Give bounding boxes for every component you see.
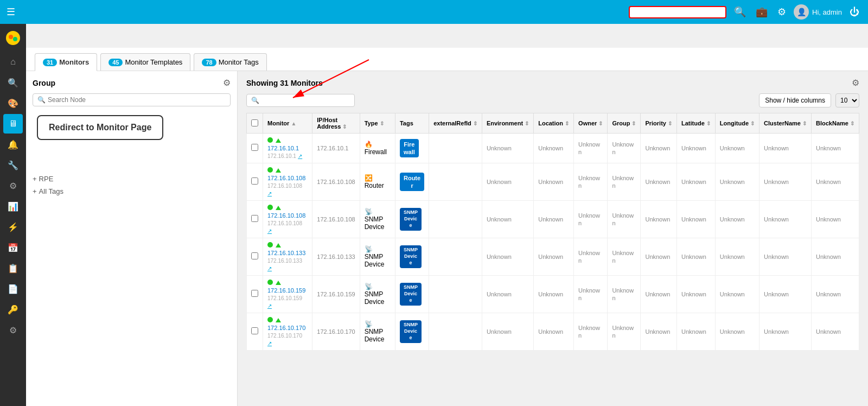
table-row: 172.16.10.1 172.16.10.1 ↗ 172.16.10.1 🔥 … [247, 134, 859, 163]
row-clustername: Unknown [760, 201, 812, 238]
monitor-link[interactable]: 172.16.10.108 [267, 212, 305, 219]
header-blockname[interactable]: BlockName ⇕ [812, 113, 859, 134]
monitor-link[interactable]: 172.16.10.108 [267, 175, 305, 181]
table-search-input[interactable]: 172.16 [261, 97, 350, 104]
tree-item-rpe[interactable]: + RPE [33, 173, 231, 185]
svg-point-0 [6, 31, 20, 45]
bottom-settings-icon[interactable]: ⚙ [3, 320, 23, 340]
panel-gear-icon[interactable]: ⚙ [223, 78, 231, 88]
monitor-link[interactable]: 172.16.10.170 [267, 325, 305, 331]
bell-icon[interactable]: 🔔 [3, 135, 23, 154]
external-link-icon[interactable]: ↗ [267, 191, 272, 196]
row-ip: 172.16.10.108 [312, 201, 360, 238]
showing-label: Showing 31 Monitors [246, 79, 323, 87]
global-search-input[interactable]: 172.16 [634, 8, 710, 16]
header-location[interactable]: Location ⇕ [534, 113, 574, 134]
document-icon[interactable]: 📄 [3, 279, 23, 299]
tab-monitors[interactable]: 31 Monitors [35, 53, 97, 71]
monitor-link[interactable]: 172.16.10.133 [267, 250, 305, 256]
row-group: Unknown [608, 134, 641, 163]
palette-icon[interactable]: 🎨 [3, 93, 23, 113]
logo-icon [3, 28, 23, 48]
tag-badge: SNMPDevice [400, 208, 422, 230]
chart-icon[interactable]: 📊 [3, 196, 23, 216]
cog-sidebar-icon[interactable]: ⚙ [3, 176, 23, 195]
row-checkbox[interactable] [247, 276, 263, 313]
type-label: Firewall [365, 148, 387, 156]
header-priority[interactable]: Priority ⇕ [641, 113, 677, 134]
row-group: Unknown [608, 276, 641, 313]
header-tags[interactable]: Tags [395, 113, 429, 134]
row-checkbox[interactable] [247, 163, 263, 201]
search-node-box[interactable]: 🔍 [33, 93, 231, 106]
row-location: Unknown [534, 163, 574, 201]
tree-item-all-tags[interactable]: + All Tags [33, 185, 231, 198]
status-up [276, 206, 281, 210]
wrench-icon[interactable]: 🔧 [3, 155, 23, 175]
tag-badge: Router [400, 173, 424, 192]
home-icon[interactable]: ⌂ [3, 52, 23, 72]
lightning-icon[interactable]: ⚡ [3, 217, 23, 237]
tag-badge: SNMPDevice [400, 245, 422, 268]
header-type[interactable]: Type ⇕ [360, 113, 395, 134]
tag-badge: SNMPDevice [400, 320, 422, 342]
header-clustername[interactable]: ClusterName ⇕ [760, 113, 812, 134]
tag-badge: Firewall [400, 139, 419, 158]
header-group[interactable]: Group ⇕ [608, 113, 641, 134]
header-checkbox[interactable] [247, 113, 263, 134]
ip-value: 172.16.10.159 [317, 291, 355, 297]
copy-icon[interactable]: 📋 [3, 258, 23, 278]
header-environment[interactable]: Environment ⇕ [482, 113, 533, 134]
external-link-icon[interactable]: ↗ [267, 228, 272, 234]
row-tags: SNMPDevice [395, 238, 429, 276]
type-icon: 🔥 [365, 141, 373, 148]
header-externalrefid[interactable]: externalRefId ⇕ [429, 113, 482, 134]
header-owner[interactable]: Owner ⇕ [574, 113, 608, 134]
monitor-icon[interactable]: 🖥 [3, 114, 23, 134]
type-icon: 📡 [365, 208, 373, 215]
row-blockname: Unknown [812, 163, 859, 201]
right-panel-gear-icon[interactable]: ⚙ [852, 78, 859, 88]
header-longitude[interactable]: Longitude ⇕ [715, 113, 759, 134]
external-link-icon[interactable]: ↗ [267, 303, 272, 309]
search-sidebar-icon[interactable]: 🔍 [3, 73, 23, 92]
status-dot [267, 317, 273, 322]
row-owner: Unknown [574, 134, 608, 163]
global-search-box[interactable]: 172.16 [629, 6, 726, 18]
row-checkbox[interactable] [247, 134, 263, 163]
row-checkbox[interactable] [247, 201, 263, 238]
row-checkbox[interactable] [247, 238, 263, 276]
row-externalrefid [429, 276, 482, 313]
external-link-icon[interactable]: ↗ [267, 340, 272, 346]
row-externalrefid [429, 163, 482, 201]
hamburger-icon[interactable]: ☰ [7, 6, 15, 18]
row-monitor: 172.16.10.170 172.16.10.170 ↗ [263, 313, 312, 351]
type-label: SNMP Device [365, 215, 385, 231]
monitor-link[interactable]: 172.16.10.1 [267, 145, 299, 151]
header-monitor[interactable]: Monitor ▲ [263, 113, 312, 134]
row-tags: Router [395, 163, 429, 201]
search-button[interactable]: 🔍 [732, 4, 748, 20]
row-checkbox[interactable] [247, 313, 263, 351]
calendar-icon[interactable]: 📅 [3, 238, 23, 257]
header-ip[interactable]: IP/HostAddress ⇕ [312, 113, 360, 134]
key-icon[interactable]: 🔑 [3, 300, 23, 319]
header-actions: Show / hide columns 10 25 50 [759, 93, 859, 107]
power-icon[interactable]: ⏻ [847, 4, 861, 20]
tab-monitor-templates[interactable]: 45 Monitor Templates [100, 53, 190, 71]
show-hide-columns-button[interactable]: Show / hide columns [759, 93, 831, 107]
header-latitude[interactable]: Latitude ⇕ [677, 113, 716, 134]
external-link-icon[interactable]: ↗ [298, 153, 302, 159]
per-page-select[interactable]: 10 25 50 [835, 93, 859, 107]
row-owner: Unknown [574, 276, 608, 313]
search-node-input[interactable] [48, 96, 226, 104]
row-type: 📡 SNMP Device [360, 238, 395, 276]
monitor-link[interactable]: 172.16.10.159 [267, 287, 305, 294]
briefcase-icon[interactable]: 💼 [754, 4, 770, 20]
tab-monitor-tags[interactable]: 78 Monitor Tags [194, 53, 266, 71]
external-link-icon[interactable]: ↗ [267, 265, 272, 271]
table-search-box[interactable]: 🔍 172.16 [246, 94, 355, 107]
row-clustername: Unknown [760, 313, 812, 351]
settings-nav-icon[interactable]: ⚙ [775, 4, 788, 20]
row-owner: Unknown [574, 238, 608, 276]
